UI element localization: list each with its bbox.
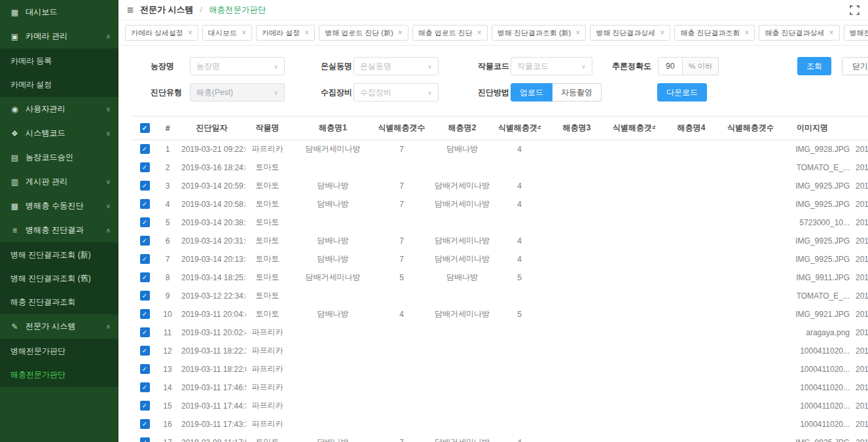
tab-item[interactable]: 카메라 설정× <box>256 25 315 41</box>
table-row[interactable]: ✓42019-03-14 20:58:46토마토담배나방7담배거세미나방4IMG… <box>132 195 868 213</box>
close-icon[interactable]: × <box>398 28 403 37</box>
sidebar-item-farm-code-approval[interactable]: ▤농장코드승인 <box>0 145 118 170</box>
row-checkbox[interactable]: ✓ <box>140 419 150 429</box>
tab-item[interactable]: 해충 진단결과조회× <box>674 25 755 41</box>
tab-item[interactable]: 병해전문가판단× <box>844 25 868 41</box>
row-checkbox[interactable]: ✓ <box>140 291 150 301</box>
cell-pest3 <box>541 140 613 158</box>
table-row[interactable]: ✓62019-03-14 20:31:03토마토담배나방7담배거세미나방4IMG… <box>132 232 868 250</box>
diagnosis-type-select[interactable]: 해충(Pest) ∨ <box>190 83 285 101</box>
close-icon[interactable]: × <box>477 28 482 37</box>
sidebar-subitem[interactable]: 해충 진단결과조회 <box>0 290 118 314</box>
row-checkbox[interactable]: ✓ <box>140 272 150 282</box>
tab-item[interactable]: 해충 진단결과상세× <box>759 25 839 41</box>
table-row[interactable]: ✓22019-03-16 18:24:43토마토TOMATO_E_...2019 <box>132 158 868 177</box>
row-checkbox[interactable]: ✓ <box>140 346 150 356</box>
sidebar-item-manual-diagnosis[interactable]: ▩병해충 수동진단∨ <box>0 194 118 218</box>
close-button[interactable]: 닫기 <box>842 57 868 75</box>
row-checkbox[interactable]: ✓ <box>140 364 150 374</box>
row-checkbox[interactable]: ✓ <box>140 327 150 337</box>
row-checkbox[interactable]: ✓ <box>140 217 150 227</box>
close-icon[interactable]: × <box>829 28 834 37</box>
sidebar-subitem[interactable]: 카메라 등록 <box>0 49 118 73</box>
close-icon[interactable]: × <box>744 28 749 37</box>
row-checkbox[interactable]: ✓ <box>140 309 150 319</box>
farm-select[interactable]: 농장명 ∨ <box>190 57 285 75</box>
cell-count2 <box>498 158 541 177</box>
table-row[interactable]: ✓82019-03-14 18:25:32토마토담배거세미나방5담배나방5IMG… <box>132 268 868 287</box>
sidebar-item-system-code[interactable]: ❖시스템코드∨ <box>0 121 118 145</box>
sidebar-item-diagnosis-results[interactable]: ≡병해충 진단결과∧ <box>0 218 118 242</box>
cell-pest2: 담배거세미나방 <box>426 195 498 213</box>
table-row[interactable]: ✓112019-03-11 20:02:41파프리카aragaya.png201… <box>132 323 868 342</box>
table-row[interactable]: ✓132019-03-11 18:22:03파프리카1000411020...2… <box>132 360 868 378</box>
close-icon[interactable]: × <box>304 28 309 37</box>
farm-select-placeholder: 농장명 <box>196 61 220 72</box>
table-row[interactable]: ✓122019-03-11 18:22:20파프리카1000411020...2… <box>132 342 868 360</box>
row-checkbox[interactable]: ✓ <box>140 401 150 411</box>
sidebar-subitem[interactable]: 카메라 설정 <box>0 73 118 96</box>
tab-item[interactable]: 병해 업로드 진단 (新)× <box>319 25 408 41</box>
sidebar-subitem[interactable]: 병해 진단결과조회 (新) <box>0 243 118 267</box>
method-auto-button[interactable]: 자동촬영 <box>552 83 602 101</box>
sidebar-item-user-management[interactable]: ◉사용자관리∨ <box>0 97 118 121</box>
sidebar-item-expert-system[interactable]: ✎전문가 시스템∧ <box>0 314 118 339</box>
close-icon[interactable]: × <box>242 28 246 37</box>
greenhouse-select[interactable]: 온실동명 ∨ <box>353 57 439 75</box>
close-icon[interactable]: × <box>188 28 192 37</box>
tab-item[interactable]: 카메라 상세설정× <box>125 25 198 41</box>
table-row[interactable]: ✓92019-03-12 22:34:44토마토TOMATO_E_...2019 <box>132 287 868 305</box>
cell-image: IMG_9921.JPG <box>773 305 852 323</box>
table-row[interactable]: ✓142019-03-11 17:46:58파프리카1000411020...2… <box>132 378 868 397</box>
cell-pest4 <box>655 287 727 305</box>
tab-item[interactable]: 병해 진단결과조회 (新)× <box>492 25 586 41</box>
cell-image: TOMATO_E_... <box>773 287 852 305</box>
close-icon[interactable]: × <box>660 28 664 37</box>
table-row[interactable]: ✓172019-03-08 11:17:59토마토담배나방7담배거세미나방4IM… <box>132 433 868 442</box>
download-button[interactable]: 다운로드 <box>657 83 707 101</box>
tab-item[interactable]: 대시보드× <box>202 25 252 41</box>
table-row[interactable]: ✓72019-03-14 20:13:53토마토담배나방7담배거세미나방4IMG… <box>132 250 868 268</box>
row-checkbox[interactable]: ✓ <box>140 162 150 172</box>
row-checkbox[interactable]: ✓ <box>140 382 150 392</box>
sidebar-subitem[interactable]: 병해전문가판단 <box>0 339 118 363</box>
cell-date: 2019-03-16 18:24:43 <box>177 158 246 177</box>
sidebar-subitem[interactable]: 병해 진단결과조회 (舊) <box>0 267 118 290</box>
row-checkbox[interactable]: ✓ <box>140 181 150 191</box>
cell-pest4 <box>655 213 727 232</box>
crop-code-select[interactable]: 작물코드 ∨ <box>511 57 592 75</box>
table-row[interactable]: ✓12019-03-21 09:22:00파프리카담배거세미나방7담배나방4IM… <box>132 140 868 158</box>
device-select[interactable]: 수집장비 ∨ <box>353 83 439 101</box>
row-checkbox[interactable]: ✓ <box>140 144 150 154</box>
table-row[interactable]: ✓162019-03-11 17:43:34파프리카1000411020...2… <box>132 415 868 433</box>
row-checkbox[interactable]: ✓ <box>140 236 150 246</box>
cell-crop: 토마토 <box>246 177 289 195</box>
sidebar-item-dashboard[interactable]: ▦대시보드 <box>0 0 118 24</box>
cell-no: 6 <box>158 232 177 250</box>
table-row[interactable]: ✓32019-03-14 20:59:38토마토담배나방7담배거세미나방4IMG… <box>132 177 868 195</box>
close-icon[interactable]: × <box>575 28 580 37</box>
cell-pest3 <box>541 415 613 433</box>
cell-date: 2019-03-11 17:44:33 <box>177 397 246 415</box>
hamburger-menu-icon[interactable]: ≡ <box>127 5 134 16</box>
row-checkbox[interactable]: ✓ <box>140 254 150 264</box>
fullscreen-icon[interactable] <box>850 5 859 15</box>
tab-item[interactable]: 병해 진단결과상세× <box>590 25 670 41</box>
search-button[interactable]: 조회 <box>797 57 831 75</box>
greenhouse-label: 온실동명 <box>321 61 353 72</box>
sidebar-item-camera-management[interactable]: ▣카메라 관리∧ <box>0 24 118 48</box>
tab-label: 카메라 상세설정 <box>131 28 183 38</box>
row-checkbox[interactable]: ✓ <box>140 437 150 442</box>
cell-count3 <box>613 342 655 360</box>
table-row[interactable]: ✓152019-03-11 17:44:33파프리카1000411020...2… <box>132 397 868 415</box>
sidebar-subitem[interactable]: 해충전문가판단 <box>0 363 118 386</box>
row-checkbox[interactable]: ✓ <box>140 199 150 209</box>
table-row[interactable]: ✓102019-03-11 20:04:40토마토담배나방4담배거세미나방5IM… <box>132 305 868 323</box>
tab-item[interactable]: 해충 업로드 진단× <box>412 25 488 41</box>
sidebar-item-board-management[interactable]: ▥게시판 관리∨ <box>0 170 118 194</box>
table-row[interactable]: ✓52019-03-14 20:38:56토마토5723000_10...201… <box>132 213 868 232</box>
accuracy-input[interactable] <box>658 57 683 75</box>
cell-image: IMG_9925.JPG <box>773 250 852 268</box>
method-upload-button[interactable]: 업로드 <box>511 83 552 101</box>
select-all-checkbox[interactable]: ✓ <box>140 123 150 133</box>
